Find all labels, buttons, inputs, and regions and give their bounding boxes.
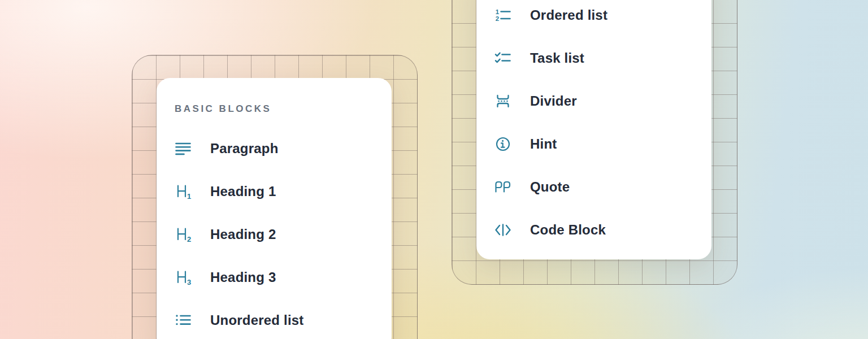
- menu-item-hint[interactable]: Hint: [476, 123, 711, 166]
- paragraph-icon: [175, 140, 192, 157]
- menu-item-label: Heading 1: [210, 184, 276, 199]
- menu-item-label: Task list: [530, 50, 584, 66]
- svg-text:1: 1: [496, 8, 500, 15]
- menu-item-divider[interactable]: Divider: [476, 80, 711, 123]
- divider-icon: [494, 93, 511, 110]
- menu-item-unordered-list[interactable]: Unordered list: [157, 299, 392, 339]
- menu-item-task-list[interactable]: Task list: [476, 37, 711, 80]
- pastel-gradient-background: BASIC BLOCKS Paragraph 1 Heading 1: [0, 0, 868, 339]
- menu-item-label: Heading 2: [210, 227, 276, 242]
- blocks-menu-continued: 1 2 Ordered list Task list: [476, 0, 711, 259]
- hint-icon: [494, 136, 511, 153]
- menu-item-label: Code Block: [530, 222, 606, 238]
- menu-item-label: Unordered list: [210, 312, 304, 328]
- menu-item-heading-1[interactable]: 1 Heading 1: [157, 170, 392, 213]
- menu-item-label: Heading 3: [210, 270, 276, 285]
- heading-1-icon: 1: [175, 183, 192, 200]
- quote-icon: [494, 179, 511, 195]
- basic-blocks-menu: BASIC BLOCKS Paragraph 1 Heading 1: [157, 78, 392, 339]
- menu-item-paragraph[interactable]: Paragraph: [157, 127, 392, 170]
- heading-3-icon: 3: [175, 269, 192, 286]
- svg-text:3: 3: [187, 278, 191, 286]
- code-block-icon: [494, 221, 511, 238]
- menu-item-heading-3[interactable]: 3 Heading 3: [157, 256, 392, 299]
- menu-item-label: Paragraph: [210, 141, 279, 157]
- svg-text:2: 2: [496, 15, 499, 22]
- menu-item-label: Hint: [530, 136, 557, 152]
- heading-2-icon: 2: [175, 226, 192, 243]
- ordered-list-icon: 1 2: [494, 7, 511, 24]
- menu-item-code-block[interactable]: Code Block: [476, 208, 711, 251]
- svg-text:2: 2: [187, 235, 191, 243]
- menu-item-label: Quote: [530, 179, 570, 195]
- svg-text:1: 1: [187, 192, 191, 200]
- section-header-basic-blocks: BASIC BLOCKS: [157, 102, 392, 116]
- menu-item-quote[interactable]: Quote: [476, 166, 711, 208]
- menu-item-ordered-list[interactable]: 1 2 Ordered list: [476, 0, 711, 37]
- menu-item-label: Ordered list: [530, 7, 607, 23]
- menu-item-heading-2[interactable]: 2 Heading 2: [157, 213, 392, 256]
- unordered-list-icon: [175, 312, 192, 329]
- task-list-icon: [494, 50, 511, 67]
- menu-item-label: Divider: [530, 93, 577, 109]
